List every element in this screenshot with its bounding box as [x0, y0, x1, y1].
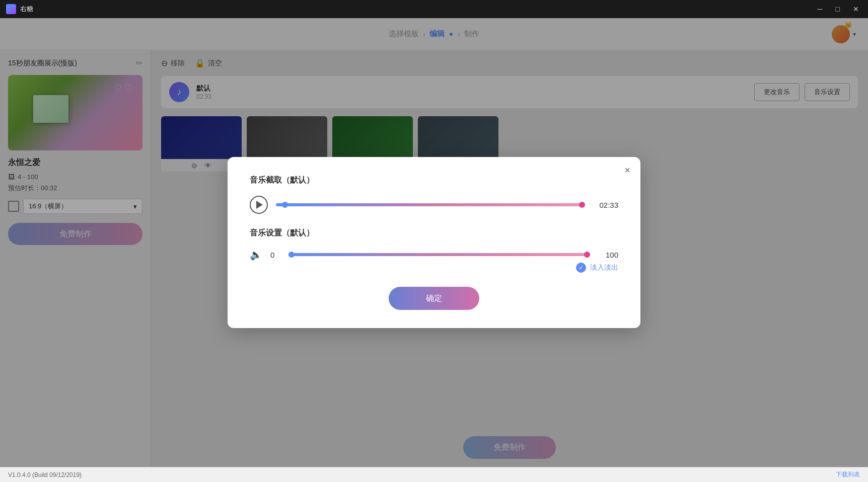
titlebar-left: 右糖 — [6, 4, 33, 14]
clip-track — [276, 203, 585, 206]
download-list-link[interactable]: 下载列表 — [836, 470, 860, 479]
volume-thumb-left[interactable] — [288, 252, 295, 258]
fade-row: ✓ 淡入淡出 — [250, 263, 618, 273]
dialog-close-button[interactable]: × — [624, 165, 630, 175]
close-button[interactable]: ✕ — [850, 4, 862, 14]
play-triangle-icon — [256, 201, 263, 209]
fade-checkbox[interactable]: ✓ — [576, 263, 586, 273]
titlebar: 右糖 ─ □ ✕ — [0, 0, 868, 18]
settings-title: 音乐设置（默认） — [250, 228, 618, 238]
volume-track — [288, 253, 590, 256]
statusbar: V1.0.4.0 (Build 09/12/2019) 下载列表 — [0, 467, 868, 482]
volume-thumb-right[interactable] — [584, 252, 590, 258]
clip-slider-row: 02:33 — [250, 196, 618, 214]
confirm-button[interactable]: 确定 — [389, 287, 479, 310]
clip-title: 音乐截取（默认） — [250, 175, 618, 186]
app-icon — [6, 4, 16, 14]
version-text: V1.0.4.0 (Build 09/12/2019) — [8, 471, 82, 478]
clip-thumb-left[interactable] — [282, 202, 288, 208]
clip-thumb-right[interactable] — [579, 202, 585, 208]
volume-slider-row: 🔈 0 100 — [250, 249, 618, 261]
music-settings-section: 音乐设置（默认） 🔈 0 100 ✓ 淡入淡出 — [250, 228, 618, 273]
fade-label: 淡入淡出 — [590, 263, 618, 272]
volume-icon: 🔈 — [250, 249, 262, 261]
clip-end-time: 02:33 — [593, 201, 618, 209]
music-clip-section: 音乐截取（默认） 02:33 — [250, 175, 618, 214]
modal-overlay[interactable]: × 音乐截取（默认） 02:33 音乐设置（默认） 🔈 0 — [0, 18, 868, 467]
volume-slider[interactable] — [288, 253, 590, 256]
dialog-footer: 确定 — [250, 287, 618, 310]
music-settings-dialog: × 音乐截取（默认） 02:33 音乐设置（默认） 🔈 0 — [228, 157, 640, 328]
clip-slider[interactable] — [276, 203, 585, 206]
play-button[interactable] — [250, 196, 268, 214]
minimize-button[interactable]: ─ — [815, 4, 826, 14]
volume-min: 0 — [270, 251, 280, 259]
window-controls: ─ □ ✕ — [815, 4, 862, 14]
volume-max: 100 — [598, 251, 618, 259]
app-title: 右糖 — [20, 5, 33, 14]
maximize-button[interactable]: □ — [833, 4, 843, 14]
